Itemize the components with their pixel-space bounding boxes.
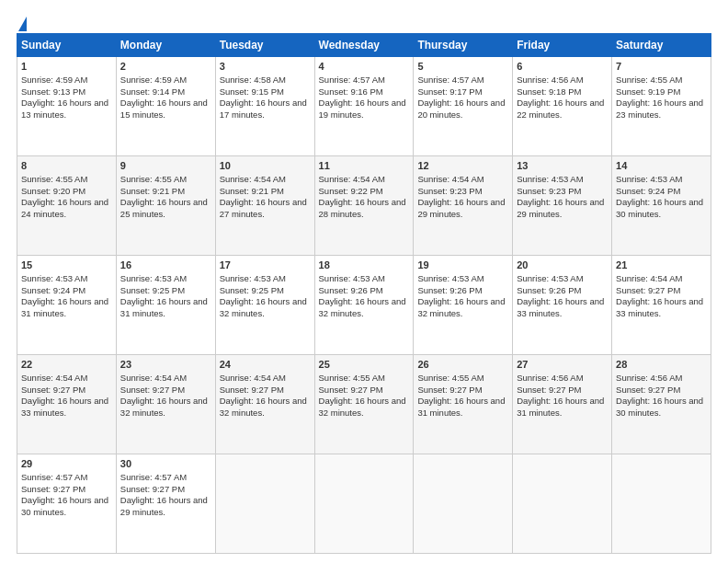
calendar-row: 1Sunrise: 4:59 AMSunset: 9:13 PMDaylight… bbox=[17, 57, 711, 156]
daylight-label: Daylight: 16 hours and 32 minutes. bbox=[417, 296, 505, 318]
day-number: 22 bbox=[21, 358, 112, 372]
col-thursday: Thursday bbox=[414, 34, 513, 57]
logo-triangle-icon bbox=[18, 17, 27, 31]
table-row: 19Sunrise: 4:53 AMSunset: 9:26 PMDayligh… bbox=[414, 256, 513, 355]
col-friday: Friday bbox=[513, 34, 612, 57]
day-number: 9 bbox=[120, 159, 211, 173]
sunrise-label: Sunrise: 4:59 AM bbox=[21, 75, 87, 85]
sunset-label: Sunset: 9:13 PM bbox=[21, 86, 85, 97]
table-row: 12Sunrise: 4:54 AMSunset: 9:23 PMDayligh… bbox=[414, 156, 513, 256]
table-row: 2Sunrise: 4:59 AMSunset: 9:14 PMDaylight… bbox=[116, 57, 215, 156]
sunrise-label: Sunrise: 4:59 AM bbox=[120, 75, 187, 85]
sunset-label: Sunset: 9:17 PM bbox=[417, 86, 482, 97]
table-row bbox=[215, 454, 314, 554]
daylight-label: Daylight: 16 hours and 27 minutes. bbox=[220, 197, 307, 219]
sunrise-label: Sunrise: 4:57 AM bbox=[120, 472, 187, 482]
sunset-label: Sunset: 9:26 PM bbox=[517, 285, 581, 295]
sunset-label: Sunset: 9:23 PM bbox=[517, 186, 581, 196]
col-wednesday: Wednesday bbox=[314, 34, 414, 57]
daylight-label: Daylight: 16 hours and 32 minutes. bbox=[220, 296, 307, 318]
page: Sunday Monday Tuesday Wednesday Thursday… bbox=[0, 0, 728, 563]
sunset-label: Sunset: 9:26 PM bbox=[417, 285, 482, 295]
sunrise-label: Sunrise: 4:54 AM bbox=[417, 174, 483, 184]
table-row: 3Sunrise: 4:58 AMSunset: 9:15 PMDaylight… bbox=[215, 57, 314, 156]
daylight-label: Daylight: 16 hours and 32 minutes. bbox=[319, 296, 406, 318]
day-number: 19 bbox=[417, 259, 508, 272]
day-number: 28 bbox=[616, 358, 707, 372]
table-row bbox=[612, 454, 711, 554]
sunrise-label: Sunrise: 4:54 AM bbox=[220, 174, 286, 184]
table-row: 11Sunrise: 4:54 AMSunset: 9:22 PMDayligh… bbox=[314, 156, 414, 256]
daylight-label: Daylight: 16 hours and 29 minutes. bbox=[120, 495, 208, 517]
day-number: 12 bbox=[417, 159, 508, 173]
col-saturday: Saturday bbox=[612, 34, 711, 57]
day-number: 17 bbox=[220, 259, 311, 272]
sunrise-label: Sunrise: 4:54 AM bbox=[120, 373, 187, 383]
sunrise-label: Sunrise: 4:53 AM bbox=[319, 273, 385, 283]
daylight-label: Daylight: 16 hours and 28 minutes. bbox=[319, 197, 406, 219]
sunrise-label: Sunrise: 4:56 AM bbox=[616, 373, 682, 383]
sunset-label: Sunset: 9:18 PM bbox=[517, 86, 581, 97]
day-number: 13 bbox=[517, 159, 608, 173]
daylight-label: Daylight: 16 hours and 32 minutes. bbox=[220, 396, 307, 418]
sunrise-label: Sunrise: 4:55 AM bbox=[319, 373, 385, 383]
daylight-label: Daylight: 16 hours and 29 minutes. bbox=[417, 197, 505, 219]
table-row bbox=[414, 454, 513, 554]
sunrise-label: Sunrise: 4:56 AM bbox=[517, 373, 583, 383]
day-number: 23 bbox=[120, 358, 211, 372]
table-row: 17Sunrise: 4:53 AMSunset: 9:25 PMDayligh… bbox=[215, 256, 314, 355]
table-row: 9Sunrise: 4:55 AMSunset: 9:21 PMDaylight… bbox=[116, 156, 215, 256]
table-row: 16Sunrise: 4:53 AMSunset: 9:25 PMDayligh… bbox=[116, 256, 215, 355]
sunrise-label: Sunrise: 4:54 AM bbox=[319, 174, 385, 184]
sunrise-label: Sunrise: 4:53 AM bbox=[417, 273, 483, 283]
calendar-row: 22Sunrise: 4:54 AMSunset: 9:27 PMDayligh… bbox=[17, 355, 711, 454]
sunrise-label: Sunrise: 4:54 AM bbox=[616, 273, 682, 283]
table-row: 6Sunrise: 4:56 AMSunset: 9:18 PMDaylight… bbox=[513, 57, 612, 156]
daylight-label: Daylight: 16 hours and 24 minutes. bbox=[21, 197, 108, 219]
day-number: 30 bbox=[120, 457, 211, 471]
sunset-label: Sunset: 9:27 PM bbox=[220, 385, 284, 395]
daylight-label: Daylight: 16 hours and 30 minutes. bbox=[616, 197, 703, 219]
day-number: 2 bbox=[120, 60, 211, 74]
sunrise-label: Sunrise: 4:53 AM bbox=[517, 174, 583, 184]
daylight-label: Daylight: 16 hours and 31 minutes. bbox=[417, 396, 505, 418]
sunrise-label: Sunrise: 4:57 AM bbox=[319, 75, 385, 85]
table-row: 10Sunrise: 4:54 AMSunset: 9:21 PMDayligh… bbox=[215, 156, 314, 256]
sunrise-label: Sunrise: 4:53 AM bbox=[616, 174, 682, 184]
table-row: 26Sunrise: 4:55 AMSunset: 9:27 PMDayligh… bbox=[414, 355, 513, 454]
table-row: 5Sunrise: 4:57 AMSunset: 9:17 PMDaylight… bbox=[414, 57, 513, 156]
sunset-label: Sunset: 9:21 PM bbox=[220, 186, 284, 196]
table-row: 30Sunrise: 4:57 AMSunset: 9:27 PMDayligh… bbox=[116, 454, 215, 554]
sunrise-label: Sunrise: 4:54 AM bbox=[21, 373, 87, 383]
daylight-label: Daylight: 16 hours and 15 minutes. bbox=[120, 98, 208, 120]
sunset-label: Sunset: 9:27 PM bbox=[319, 385, 383, 395]
daylight-label: Daylight: 16 hours and 33 minutes. bbox=[517, 296, 604, 318]
daylight-label: Daylight: 16 hours and 20 minutes. bbox=[417, 98, 505, 120]
sunset-label: Sunset: 9:27 PM bbox=[616, 285, 680, 295]
day-number: 15 bbox=[21, 259, 112, 272]
daylight-label: Daylight: 16 hours and 23 minutes. bbox=[616, 98, 703, 120]
sunrise-label: Sunrise: 4:53 AM bbox=[21, 273, 87, 283]
sunrise-label: Sunrise: 4:57 AM bbox=[21, 472, 87, 482]
daylight-label: Daylight: 16 hours and 25 minutes. bbox=[120, 197, 208, 219]
daylight-label: Daylight: 16 hours and 30 minutes. bbox=[21, 495, 108, 517]
daylight-label: Daylight: 16 hours and 22 minutes. bbox=[517, 98, 604, 120]
sunset-label: Sunset: 9:23 PM bbox=[417, 186, 482, 196]
day-number: 20 bbox=[517, 259, 608, 272]
table-row: 14Sunrise: 4:53 AMSunset: 9:24 PMDayligh… bbox=[612, 156, 711, 256]
calendar-row: 15Sunrise: 4:53 AMSunset: 9:24 PMDayligh… bbox=[17, 256, 711, 355]
sunset-label: Sunset: 9:27 PM bbox=[517, 385, 581, 395]
sunset-label: Sunset: 9:24 PM bbox=[21, 285, 85, 295]
sunrise-label: Sunrise: 4:53 AM bbox=[220, 273, 286, 283]
sunrise-label: Sunrise: 4:53 AM bbox=[120, 273, 187, 283]
daylight-label: Daylight: 16 hours and 29 minutes. bbox=[517, 197, 604, 219]
sunset-label: Sunset: 9:14 PM bbox=[120, 86, 185, 97]
day-number: 18 bbox=[319, 259, 410, 272]
table-row bbox=[513, 454, 612, 554]
daylight-label: Daylight: 16 hours and 17 minutes. bbox=[220, 98, 307, 120]
table-row: 20Sunrise: 4:53 AMSunset: 9:26 PMDayligh… bbox=[513, 256, 612, 355]
calendar-row: 29Sunrise: 4:57 AMSunset: 9:27 PMDayligh… bbox=[17, 454, 711, 554]
day-number: 21 bbox=[616, 259, 707, 272]
sunset-label: Sunset: 9:26 PM bbox=[319, 285, 383, 295]
day-number: 29 bbox=[21, 457, 112, 471]
